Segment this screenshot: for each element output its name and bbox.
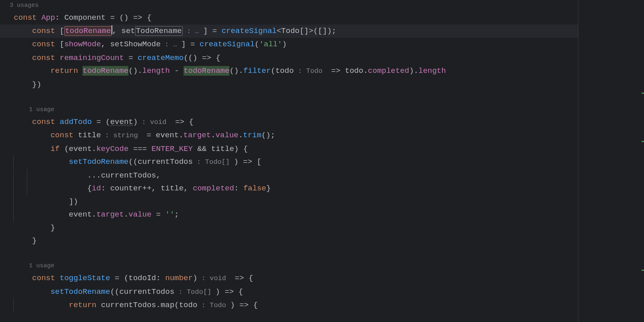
code-line[interactable]: return currentTodos.map(todo : Todo ) =>… xyxy=(0,299,578,312)
code-line[interactable]: if (event.keyCode === ENTER_KEY && title… xyxy=(0,142,578,156)
inlay-hint: : Todo xyxy=(197,301,230,309)
blank-line xyxy=(0,91,578,104)
inlay-hint: : string xyxy=(101,132,142,139)
code-line[interactable]: }) xyxy=(0,78,578,91)
code-line[interactable]: setTodoRename((currentTodos : Todo[] ) =… xyxy=(0,155,578,169)
code-line[interactable]: const App: Component = () => { xyxy=(0,11,578,25)
change-marker[interactable] xyxy=(642,93,644,94)
code-line[interactable]: {id: counter++, title, completed: false} xyxy=(0,182,578,195)
change-marker[interactable] xyxy=(642,141,644,142)
error-stripe[interactable] xyxy=(578,0,644,322)
usages-hint[interactable]: 1 usage xyxy=(0,104,578,116)
change-marker[interactable] xyxy=(642,270,644,271)
usages-hint[interactable]: 1 usage xyxy=(0,260,578,272)
code-line-active[interactable]: const [todoRename, setTodoRename : … ] =… xyxy=(0,25,578,38)
code-line[interactable]: const toggleState = (todoId: number) : v… xyxy=(0,272,578,285)
blank-line xyxy=(0,248,578,261)
code-line[interactable]: } xyxy=(0,234,578,248)
code-line[interactable]: ]) xyxy=(0,195,578,208)
code-editor[interactable]: 3 usages const App: Component = () => { … xyxy=(0,0,578,322)
inlay-hint: : Todo xyxy=(294,67,327,75)
code-line[interactable]: event.target.value = ''; xyxy=(0,208,578,221)
inlay-hint: : void xyxy=(138,118,171,126)
code-line[interactable]: const addTodo = (event) : void => { xyxy=(0,116,578,129)
code-line[interactable]: const title : string = event.target.valu… xyxy=(0,129,578,142)
inlay-hint: : … xyxy=(183,27,203,35)
inlay-hint: : void xyxy=(197,275,230,282)
code-line[interactable]: ...currentTodos, xyxy=(0,169,578,182)
code-line[interactable]: setTodoRename((currentTodos : Todo[] ) =… xyxy=(0,285,578,299)
usages-hint[interactable]: 3 usages xyxy=(0,0,578,11)
inlay-hint: : … xyxy=(161,41,181,48)
highlight-occurrence: todoRename xyxy=(184,66,229,76)
inlay-hint: : Todo[] xyxy=(193,158,234,166)
code-line[interactable]: } xyxy=(0,221,578,235)
highlight-occurrence: todoRename xyxy=(83,66,128,76)
underlined-param: event xyxy=(110,118,133,126)
code-line[interactable]: const remainingCount = createMemo(() => … xyxy=(0,52,578,65)
code-line[interactable]: const [showMode, setShowMode : … ] = cre… xyxy=(0,38,578,52)
rename-source-token[interactable]: todoRename xyxy=(64,26,112,36)
code-line[interactable]: return todoRename().length - todoRename(… xyxy=(0,64,578,78)
inlay-hint: : Todo[] xyxy=(174,288,215,296)
rename-linked-token[interactable]: TodoRename xyxy=(135,26,183,36)
